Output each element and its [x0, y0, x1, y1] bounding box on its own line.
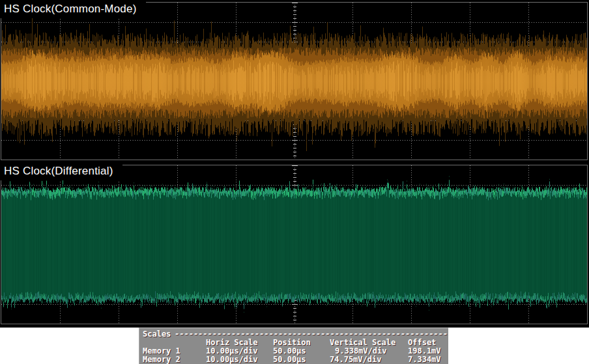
col-header-offset: Offset — [408, 338, 436, 347]
scales-title-row: Scales ---------------------------------… — [139, 329, 448, 338]
position-value: 50.00µs — [273, 355, 306, 364]
position-value: 50.00µs — [273, 346, 306, 356]
col-header-vertical-scale: Vertical Scale — [330, 338, 395, 347]
scales-title: Scales — [143, 329, 171, 339]
common-mode-waveform-canvas[interactable] — [1, 3, 587, 160]
horiz-scale-value: 10.00µs/div — [206, 346, 257, 356]
vertical-scale-value: 9.338mV/div — [335, 346, 386, 356]
row-label: Memory 1 — [143, 346, 180, 356]
col-header-position: Position — [273, 338, 311, 347]
scales-readout-panel: Scales ---------------------------------… — [139, 328, 448, 364]
scales-row-memory-2: Memory 2 10.00µs/div 50.00µs 74.75mV/div… — [139, 355, 448, 363]
oscilloscope-screenshot: HS Clock(Common-Mode) HS Clock(Different… — [0, 0, 589, 364]
row-label: Memory 2 — [143, 355, 180, 364]
panel-title-common-mode: HS Clock(Common-Mode) — [0, 1, 146, 18]
panel-common-mode — [1, 2, 588, 160]
scales-header-row: Horiz Scale Position Vertical Scale Offs… — [139, 338, 448, 346]
scales-title-dashes: ----------------------------------------… — [175, 329, 448, 339]
offset-value: 198.1mV — [408, 346, 441, 356]
col-header-horiz-scale: Horiz Scale — [206, 338, 257, 347]
vertical-scale-value: 74.75mV/div — [330, 355, 381, 364]
differential-waveform-canvas[interactable] — [1, 165, 587, 324]
offset-value: 7.334mV — [408, 355, 441, 364]
waveform-display-area: HS Clock(Common-Mode) HS Clock(Different… — [0, 0, 589, 328]
horiz-scale-value: 10.00µs/div — [206, 355, 257, 364]
panel-title-differential: HS Clock(Differential) — [0, 163, 122, 180]
panel-differential — [1, 165, 588, 324]
scales-row-memory-1: Memory 1 10.00µs/div 50.00µs 9.338mV/div… — [139, 346, 448, 355]
